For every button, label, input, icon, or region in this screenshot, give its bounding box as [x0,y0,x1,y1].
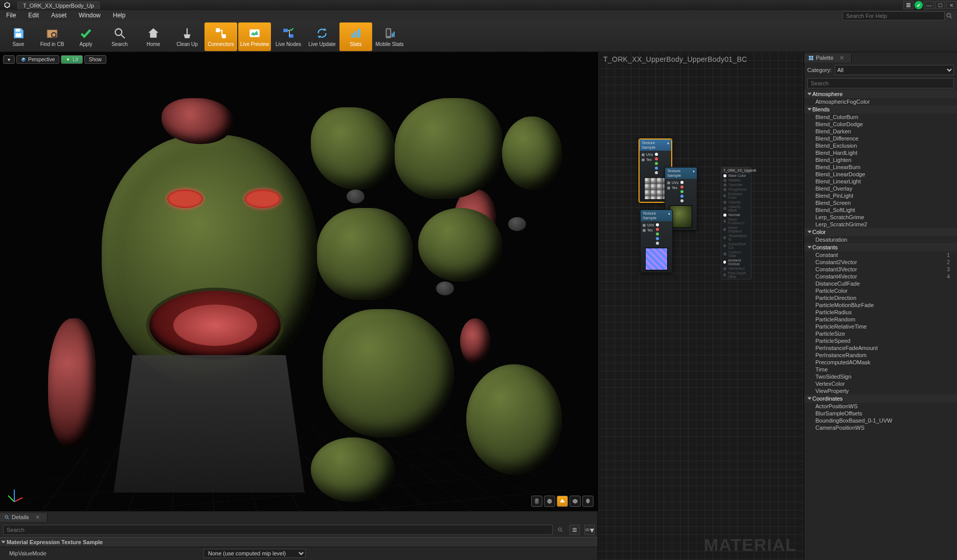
status-icon[interactable]: ✔ [915,1,923,9]
toolbar-search-button[interactable]: Search [103,22,136,51]
palette-group-blends[interactable]: Blends [804,105,957,113]
palette-item-viewproperty[interactable]: ViewProperty [804,387,957,394]
palette-item-distancecullfade[interactable]: DistanceCullFade [804,280,957,287]
palette-group-color[interactable]: Color [804,228,957,236]
preview-cube-icon[interactable] [569,496,581,507]
output-pin-normal[interactable]: Normal [721,213,751,217]
output-pin-pixel-depth-offse[interactable]: Pixel Depth Offse [721,271,751,279]
preview-plane-icon[interactable] [557,496,568,507]
preview-cylinder-icon[interactable] [531,496,542,507]
palette-item-constant4vector[interactable]: Constant4Vector4 [804,273,957,280]
toolbar-liveupdate-button[interactable]: Live Update [306,22,338,51]
viewport-lit-dropdown[interactable]: Lit [61,55,83,64]
details-category-header[interactable]: Material Expression Texture Sample [0,537,598,547]
output-pin-opacity-mask[interactable]: Opacity Mask [721,204,751,213]
output-pin-emissive-color[interactable]: Emissive Color [721,192,751,200]
palette-item-particlerelativetime[interactable]: ParticleRelativeTime [804,323,957,330]
palette-item-particlespeed[interactable]: ParticleSpeed [804,337,957,344]
toolbar-livenodes-button[interactable]: Live Nodes [272,22,305,51]
menu-help[interactable]: Help [107,10,132,21]
preview-sphere-icon[interactable] [544,496,555,507]
palette-item-blend_screen[interactable]: Blend_Screen [804,199,957,206]
output-pin-custom-data[interactable]: Custom Data [721,250,751,258]
palette-item-twosidedsign[interactable]: TwoSidedSign [804,373,957,380]
output-pin-roughness[interactable]: Roughness [721,187,751,192]
palette-item-lerp_scratchgrime2[interactable]: Lerp_ScratchGrime2 [804,221,957,228]
preview-viewport[interactable]: ▾ Perspective Lit Show [0,52,598,511]
output-pin-base-color[interactable]: Base Color [721,173,751,178]
details-visibility-button[interactable]: ▾ [584,525,595,535]
palette-item-blend_darken[interactable]: Blend_Darken [804,128,957,135]
palette-item-particlecolor[interactable]: ParticleColor [804,287,957,294]
palette-item-atmosphericfogcolor[interactable]: AtmosphericFogColor [804,98,957,105]
palette-item-blend_pinlight[interactable]: Blend_PinLight [804,192,957,199]
palette-item-blend_overlay[interactable]: Blend_Overlay [804,185,957,192]
palette-list[interactable]: AtmosphereAtmosphericFogColorBlendsBlend… [804,90,957,560]
palette-item-constant3vector[interactable]: Constant3Vector3 [804,266,957,273]
close-icon[interactable]: ✕ [35,514,40,521]
menu-file[interactable]: File [0,10,22,21]
material-output-node[interactable]: T_ORK_XX_UpperB Base ColorMetallicSpecul… [721,167,751,279]
palette-item-blend_linearburn[interactable]: Blend_LinearBurn [804,164,957,171]
close-button[interactable]: ✕ [946,1,956,9]
palette-item-blend_lineardodge[interactable]: Blend_LinearDodge [804,171,957,178]
toolbar-cleanup-button[interactable]: Clean Up [171,22,203,51]
close-icon[interactable]: ✕ [839,55,844,61]
output-pin-refraction[interactable]: Refraction [721,266,751,271]
palette-item-lerp_scratchgrime[interactable]: Lerp_ScratchGrime [804,214,957,221]
texture-sample-node-2[interactable]: Texture Sample▴UVsTex [640,209,673,273]
preview-mesh-icon[interactable] [582,496,594,507]
search-icon[interactable] [556,525,565,534]
menu-edit[interactable]: Edit [22,10,45,21]
toolbar-findincb-button[interactable]: Find in CB [36,22,69,51]
palette-item-boundingboxbased_0-1_uvw[interactable]: BoundingBoxBased_0-1_UVW [804,417,957,424]
palette-item-blend_exclusion[interactable]: Blend_Exclusion [804,142,957,149]
document-tab[interactable]: T_ORK_XX_UpperBody_Up [17,2,100,9]
output-pin-tessellation-m[interactable]: Tessellation M [721,234,751,242]
palette-item-blend_colordodge[interactable]: Blend_ColorDodge [804,121,957,128]
toolbar-apply-button[interactable]: Apply [70,22,102,51]
output-pin-specular[interactable]: Specular [721,182,751,187]
menu-asset[interactable]: Asset [45,10,73,21]
details-search-input[interactable] [3,525,553,535]
toolbar-mobilestats-button[interactable]: Mobile Stats [373,22,406,51]
palette-item-blursampleoffsets[interactable]: BlurSampleOffsets [804,410,957,417]
material-graph[interactable]: T_ORK_XX_UpperBody_UpperBody01_BC MATERI… [598,52,804,560]
details-view-options-button[interactable] [569,525,580,535]
palette-item-camerapositionws[interactable]: CameraPositionWS [804,424,957,431]
menu-window[interactable]: Window [73,10,107,21]
output-pin-metallic[interactable]: Metallic [721,178,751,182]
palette-search-input[interactable] [807,78,954,88]
palette-group-coordinates[interactable]: Coordinates [804,394,957,403]
output-pin-opacity[interactable]: Opacity [721,200,751,204]
minimize-button[interactable]: — [924,1,934,9]
palette-item-blend_colorburn[interactable]: Blend_ColorBurn [804,113,957,121]
mipvaluemode-select[interactable]: None (use computed mip level) [203,549,306,558]
palette-item-constant2vector[interactable]: Constant2Vector2 [804,259,957,266]
viewport-show-dropdown[interactable]: Show [84,55,106,64]
maximize-button[interactable]: ☐ [935,1,945,9]
palette-tab[interactable]: Palette ✕ [804,54,852,62]
palette-item-particledirection[interactable]: ParticleDirection [804,294,957,301]
toolbar-stats-button[interactable]: Stats [339,22,372,51]
palette-item-particlemotionblurfade[interactable]: ParticleMotionBlurFade [804,301,957,309]
output-pin-subsurface-col[interactable]: Subsurface Col [721,242,751,250]
source-control-icon[interactable] [903,1,914,9]
palette-category-select[interactable]: All [835,65,954,75]
palette-item-perinstancefadeamount[interactable]: PerInstanceFadeAmount [804,344,957,352]
palette-item-particlerandom[interactable]: ParticleRandom [804,316,957,323]
output-pin-world-displace[interactable]: World Displace [721,225,751,234]
palette-item-vertexcolor[interactable]: VertexColor [804,380,957,387]
palette-item-actorpositionws[interactable]: ActorPositionWS [804,403,957,410]
output-pin-ambient-occlusi[interactable]: Ambient Occlusi [721,258,751,266]
viewport-perspective-dropdown[interactable]: Perspective [16,55,59,64]
palette-item-perinstancerandom[interactable]: PerInstanceRandom [804,352,957,359]
output-pin-world-position-o[interactable]: World Position O [721,217,751,225]
toolbar-home-button[interactable]: Home [137,22,170,51]
palette-group-atmosphere[interactable]: Atmosphere [804,90,957,98]
palette-item-blend_hardlight[interactable]: Blend_HardLight [804,149,957,156]
toolbar-livepreview-button[interactable]: Live Preview [238,22,271,51]
help-search-input[interactable] [842,11,945,20]
palette-item-blend_linearlight[interactable]: Blend_LinearLight [804,178,957,185]
palette-item-blend_softlight[interactable]: Blend_SoftLight [804,206,957,214]
